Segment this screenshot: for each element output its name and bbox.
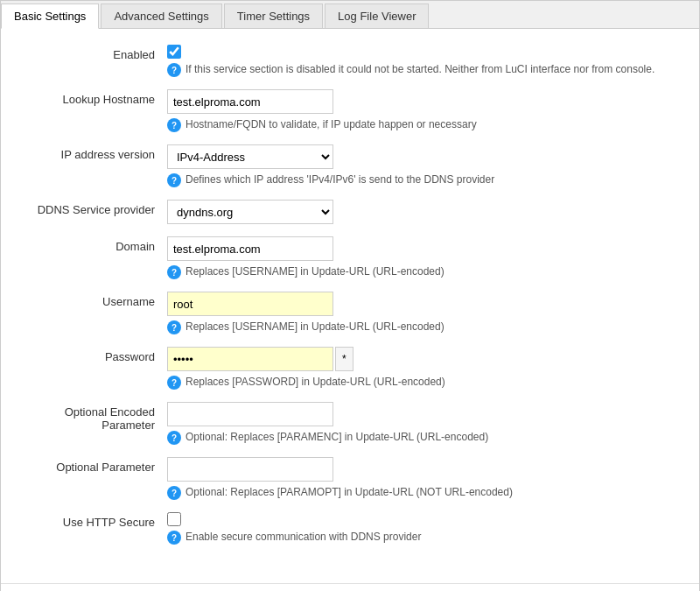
hint-icon-domain: ? (167, 265, 181, 279)
footer: Dismiss Save (1, 583, 699, 591)
hint-lookup-hostname: ? Hostname/FQDN to validate, if IP updat… (167, 117, 682, 132)
password-reveal-button[interactable]: * (335, 347, 354, 371)
hint-text-lookup-hostname: Hostname/FQDN to validate, if IP update … (186, 117, 477, 132)
hint-text-username: Replaces [USERNAME] in Update-URL (URL-e… (186, 320, 444, 334)
input-optional-encoded[interactable] (167, 402, 333, 426)
row-http-secure: Use HTTP Secure ? Enable secure communic… (18, 512, 682, 545)
tab-logfile[interactable]: Log File Viewer (325, 4, 429, 28)
hint-text-password: Replaces [PASSWORD] in Update-URL (URL-e… (186, 375, 445, 390)
content-lookup-hostname: ? Hostname/FQDN to validate, if IP updat… (167, 89, 682, 132)
tab-timer[interactable]: Timer Settings (224, 4, 323, 28)
label-domain: Domain (18, 236, 167, 253)
checkbox-http-secure[interactable] (167, 512, 181, 526)
input-lookup-hostname[interactable] (167, 89, 333, 114)
hint-optional-param: ? Optional: Replaces [PARAMOPT] in Updat… (167, 485, 682, 500)
hint-icon-lookup-hostname: ? (167, 118, 181, 132)
tab-bar: Basic Settings Advanced Settings Timer S… (1, 1, 699, 29)
hint-icon-enabled: ? (167, 63, 181, 77)
hint-http-secure: ? Enable secure communication with DDNS … (167, 530, 682, 545)
row-username: Username ? Replaces [USERNAME] in Update… (18, 292, 682, 334)
row-ip-version: IP address version IPv4-Address IPv6-Add… (18, 144, 682, 187)
row-domain: Domain ? Replaces [USERNAME] in Update-U… (18, 236, 682, 279)
hint-icon-ip-version: ? (167, 173, 181, 187)
hint-text-enabled: If this service section is disabled it c… (186, 62, 654, 77)
checkbox-enabled[interactable] (167, 45, 181, 59)
hint-username: ? Replaces [USERNAME] in Update-URL (URL… (167, 320, 682, 334)
hint-icon-username: ? (167, 320, 181, 334)
hint-password: ? Replaces [PASSWORD] in Update-URL (URL… (167, 375, 682, 390)
hint-ip-version: ? Defines which IP address 'IPv4/IPv6' i… (167, 172, 682, 187)
input-username[interactable] (167, 292, 333, 316)
hint-icon-http-secure: ? (167, 531, 181, 545)
label-optional-param: Optional Parameter (18, 457, 167, 474)
hint-text-optional-encoded: Optional: Replaces [PARAMENC] in Update-… (186, 430, 488, 445)
tab-basic[interactable]: Basic Settings (1, 4, 99, 29)
hint-text-domain: Replaces [USERNAME] in Update-URL (URL-e… (186, 264, 444, 279)
select-ip-version[interactable]: IPv4-Address IPv6-Address (167, 144, 333, 169)
content-domain: ? Replaces [USERNAME] in Update-URL (URL… (167, 236, 682, 279)
content-enabled: ? If this service section is disabled it… (167, 45, 682, 77)
checkbox-row-enabled (167, 45, 682, 59)
content-password: * ? Replaces [PASSWORD] in Update-URL (U… (167, 347, 682, 390)
label-ddns-provider: DDNS Service provider (18, 200, 167, 216)
password-input-row: * (167, 347, 682, 371)
input-domain[interactable] (167, 236, 333, 261)
label-optional-encoded: Optional Encoded Parameter (18, 402, 167, 432)
hint-text-http-secure: Enable secure communication with DDNS pr… (186, 530, 421, 545)
hint-domain: ? Replaces [USERNAME] in Update-URL (URL… (167, 264, 682, 279)
hint-enabled: ? If this service section is disabled it… (167, 62, 682, 77)
label-username: Username (18, 292, 167, 308)
content-optional-param: ? Optional: Replaces [PARAMOPT] in Updat… (167, 457, 682, 500)
label-ip-version: IP address version (18, 144, 167, 161)
checkbox-row-http-secure (167, 512, 682, 526)
main-container: Basic Settings Advanced Settings Timer S… (0, 0, 700, 591)
input-optional-param[interactable] (167, 457, 333, 482)
select-ddns-provider[interactable]: dyndns.org no-ip.com cloudflare.com (167, 200, 333, 224)
row-optional-param: Optional Parameter ? Optional: Replaces … (18, 457, 682, 500)
content-username: ? Replaces [USERNAME] in Update-URL (URL… (167, 292, 682, 334)
content-http-secure: ? Enable secure communication with DDNS … (167, 512, 682, 545)
row-enabled: Enabled ? If this service section is dis… (18, 45, 682, 77)
content-ip-version: IPv4-Address IPv6-Address ? Defines whic… (167, 144, 682, 187)
hint-icon-optional-param: ? (167, 486, 181, 500)
row-lookup-hostname: Lookup Hostname ? Hostname/FQDN to valid… (18, 89, 682, 132)
form-area: Enabled ? If this service section is dis… (1, 29, 699, 591)
row-ddns-provider: DDNS Service provider dyndns.org no-ip.c… (18, 200, 682, 224)
label-enabled: Enabled (18, 45, 167, 61)
hint-optional-encoded: ? Optional: Replaces [PARAMENC] in Updat… (167, 430, 682, 445)
content-optional-encoded: ? Optional: Replaces [PARAMENC] in Updat… (167, 402, 682, 445)
label-lookup-hostname: Lookup Hostname (18, 89, 167, 106)
hint-text-optional-param: Optional: Replaces [PARAMOPT] in Update-… (186, 485, 513, 500)
content-ddns-provider: dyndns.org no-ip.com cloudflare.com (167, 200, 682, 224)
hint-icon-optional-encoded: ? (167, 431, 181, 445)
row-password: Password * ? Replaces [PASSWORD] in Upda… (18, 347, 682, 390)
hint-icon-password: ? (167, 376, 181, 390)
label-http-secure: Use HTTP Secure (18, 512, 167, 529)
label-password: Password (18, 347, 167, 363)
input-password[interactable] (167, 347, 333, 371)
tab-advanced[interactable]: Advanced Settings (101, 4, 221, 28)
row-optional-encoded: Optional Encoded Parameter ? Optional: R… (18, 402, 682, 445)
hint-text-ip-version: Defines which IP address 'IPv4/IPv6' is … (186, 172, 494, 187)
